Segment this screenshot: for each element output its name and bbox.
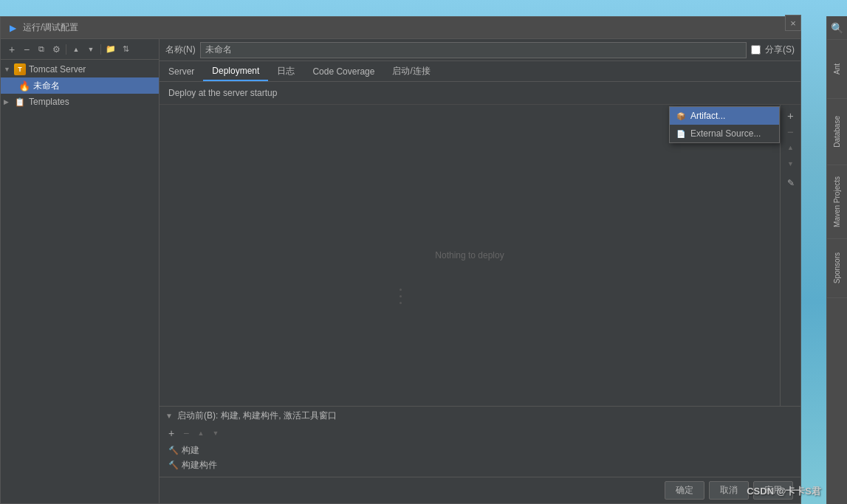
tomcat-server-label: Tomcat Server — [29, 64, 86, 75]
tabs-bar: Server Deployment 日志 Code Coverage 启动/连接 — [160, 61, 800, 82]
cancel-button[interactable]: 取消 — [709, 481, 749, 500]
database-label: Database — [833, 116, 841, 148]
dialog-body: + − ⧉ ⚙ ▲ ▼ 📁 ⇅ ▼ T T — [1, 39, 800, 503]
templates-label: Templates — [29, 97, 69, 107]
build-label: 构建 — [182, 444, 199, 457]
dialog-title-bar: ▶ 运行/调试配置 × — [1, 17, 800, 39]
nothing-to-deploy-text: Nothing to deploy — [435, 250, 504, 260]
tab-server[interactable]: Server — [160, 61, 203, 81]
bottom-build-item[interactable]: 🔨 构建 — [165, 443, 795, 458]
share-label: 分享(S) — [765, 44, 795, 56]
external-source-label: External Source... — [690, 128, 761, 139]
bottom-up-button[interactable]: ▲ — [195, 427, 207, 439]
bottom-build-artifact-item[interactable]: 🔨 构建构件 — [165, 458, 795, 472]
separator2 — [100, 44, 101, 55]
right-panel: 名称(N) 分享(S) Server Deployment 日志 — [160, 39, 800, 503]
tomcat-toggle-icon: ▼ — [4, 66, 13, 73]
separator1 — [66, 44, 66, 55]
dropdown-external-source-item[interactable]: 📄 External Source... — [670, 125, 779, 142]
copy-config-button[interactable]: ⧉ — [35, 43, 48, 56]
build-artifact-label: 构建构件 — [182, 459, 217, 472]
side-tab-ant[interactable]: Ant — [827, 40, 847, 99]
bottom-items-list: 🔨 构建 🔨 构建构件 — [160, 441, 800, 477]
add-artifact-button[interactable]: + — [783, 108, 798, 122]
dropdown-artifact-item[interactable]: 📦 Artifact... — [670, 107, 779, 125]
config-tree: ▼ T Tomcat Server 🔥 未命名 ▶ 📋 Templates — [1, 60, 159, 503]
bottom-toolbar: + − ▲ ▼ — [160, 425, 800, 441]
sponsors-label: Sponsors — [833, 252, 841, 283]
name-label: 名称(N) — [165, 44, 196, 56]
tab-deployment[interactable]: Deployment — [203, 61, 268, 81]
deploy-list: Nothing to deploy — [160, 105, 780, 406]
unnamed-config-label: 未命名 — [33, 80, 60, 92]
left-toolbar: + − ⧉ ⚙ ▲ ▼ 📁 ⇅ — [1, 39, 159, 60]
unnamed-config-item[interactable]: 🔥 未命名 — [1, 77, 159, 94]
bottom-remove-button[interactable]: − — [180, 427, 192, 439]
tab-startup[interactable]: 启动/连接 — [383, 61, 439, 81]
share-checkbox[interactable] — [751, 45, 761, 55]
unnamed-config-icon: 🔥 — [18, 80, 30, 92]
right-side-panels: 🔍 Ant Database Maven Projects Sponsors — [826, 16, 847, 504]
name-toolbar: 名称(N) 分享(S) — [160, 39, 800, 61]
dialog-title-text: 运行/调试配置 — [23, 21, 781, 34]
vertical-dots-separator — [400, 111, 402, 406]
templates-toggle-icon: ▶ — [4, 98, 13, 106]
before-launch-header: ▼ 启动前(B): 构建, 构建构件, 激活工具窗口 — [160, 407, 800, 425]
left-panel: + − ⧉ ⚙ ▲ ▼ 📁 ⇅ ▼ T T — [1, 39, 160, 503]
build-icon: 🔨 — [168, 446, 179, 455]
build-artifact-icon: 🔨 — [168, 460, 179, 470]
run-config-icon: ▶ — [7, 22, 18, 34]
side-tab-sponsors[interactable]: Sponsors — [827, 239, 847, 298]
arrow-down-artifact-button[interactable]: ▼ — [783, 156, 798, 171]
outer-close-icon: × — [790, 18, 796, 29]
dialog-window: ▶ 运行/调试配置 × + − ⧉ ⚙ ▲ ▼ — [0, 16, 801, 504]
remove-artifact-button[interactable]: − — [783, 124, 798, 139]
tab-code-coverage[interactable]: Code Coverage — [304, 61, 383, 81]
bottom-add-button[interactable]: + — [165, 427, 177, 439]
move-down-button[interactable]: ▼ — [84, 43, 97, 56]
move-up-button[interactable]: ▲ — [69, 43, 83, 56]
outer-close-button[interactable]: × — [785, 15, 801, 31]
add-config-button[interactable]: + — [5, 43, 18, 56]
sort-button[interactable]: ⇅ — [119, 43, 132, 56]
deploy-list-area: Nothing to deploy + − — [160, 105, 800, 406]
deploy-right-toolbar: + − ▲ ▼ ✎ — [780, 105, 800, 406]
deploy-header: Deploy at the server startup — [160, 82, 800, 105]
artifact-item-label: Artifact... — [690, 111, 725, 121]
tomcat-server-group[interactable]: ▼ T Tomcat Server — [1, 61, 159, 77]
ok-button[interactable]: 确定 — [665, 481, 704, 500]
ant-label: Ant — [833, 63, 841, 75]
remove-config-button[interactable]: − — [20, 43, 33, 56]
before-launch-label: 启动前(B): 构建, 构建构件, 激活工具窗口 — [177, 410, 337, 422]
folder-button[interactable]: 📁 — [104, 43, 117, 56]
dialog-action-buttons: 确定 取消 应用 — [160, 477, 800, 503]
side-tab-database[interactable]: Database — [827, 99, 847, 165]
artifact-item-icon: 📦 — [676, 111, 686, 121]
tab-log[interactable]: 日志 — [268, 61, 304, 81]
bottom-toggle-icon: ▼ — [165, 412, 173, 420]
maven-label: Maven Projects — [833, 176, 841, 227]
csdn-watermark: CSDN @卡卡S君 — [747, 485, 821, 498]
bottom-section: ▼ 启动前(B): 构建, 构建构件, 激活工具窗口 + − ▲ ▼ 🔨 — [160, 406, 800, 477]
templates-item[interactable]: ▶ 📋 Templates — [1, 94, 159, 110]
templates-folder-icon: 📋 — [14, 96, 26, 108]
add-dropdown-menu: 🐜 Ant 📦 Artifact... 📄 External Source... — [669, 106, 780, 143]
bottom-down-button[interactable]: ▼ — [210, 427, 222, 439]
side-tab-maven[interactable]: Maven Projects — [827, 165, 847, 239]
search-panel-icon[interactable]: 🔍 — [827, 16, 847, 40]
deployment-area: Deploy at the server startup Nothing to … — [160, 82, 800, 406]
settings-config-button[interactable]: ⚙ — [49, 43, 63, 56]
name-input[interactable] — [200, 42, 747, 58]
external-source-icon: 📄 — [676, 128, 686, 139]
tomcat-server-icon: T — [14, 63, 26, 75]
edit-artifact-button[interactable]: ✎ — [783, 176, 798, 190]
arrow-up-artifact-button[interactable]: ▲ — [783, 140, 798, 155]
